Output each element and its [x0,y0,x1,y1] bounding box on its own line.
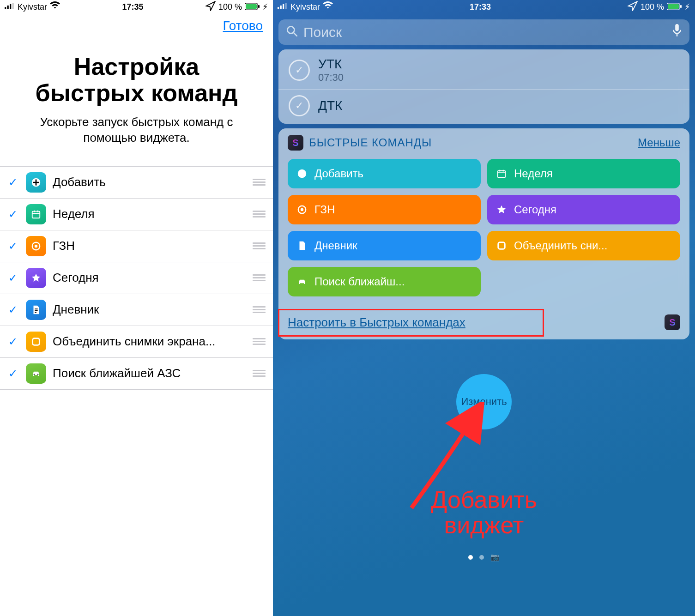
charging-icon: ⚡︎ [684,2,690,12]
wifi-icon [323,1,333,13]
svg-rect-8 [32,211,40,218]
shortcuts-app-icon: S [288,135,303,151]
drag-handle-icon[interactable] [253,274,266,281]
doc-icon [296,241,308,251]
left-screenshot: Kyivstar 17:35 100 % ⚡︎ Готово Настройка… [0,0,273,616]
calendar-icon [496,169,508,179]
shortcut-label: Неделя [53,207,246,221]
status-bar-left: Kyivstar 17:35 100 % ⚡︎ [0,0,273,12]
location-icon [628,1,638,13]
drag-handle-icon[interactable] [253,211,266,217]
right-screenshot: Kyivstar 17:33 100 % ⚡︎ Поиск ✓УТК07:30✓… [273,0,695,616]
shortcut-chip[interactable]: Поиск ближайш... [288,267,481,296]
widget-title: БЫСТРЫЕ КОМАНДЫ [309,136,632,149]
shortcut-row[interactable]: ✓Объединить снимки экрана... [0,326,273,358]
shortcut-label: Поиск ближайшей АЗС [53,366,246,380]
svg-rect-6 [258,5,260,8]
reminder-row[interactable]: ✓ДТК [278,89,689,122]
svg-rect-22 [283,4,284,9]
shortcuts-app-icon[interactable]: S [665,314,680,330]
shortcut-row[interactable]: ✓Неделя [0,199,273,230]
drag-handle-icon[interactable] [253,370,266,377]
done-button[interactable]: Готово [223,18,263,33]
check-icon[interactable]: ✓ [8,208,19,221]
search-input[interactable]: Поиск [278,19,689,45]
shortcut-label: ГЗН [53,239,246,253]
checkmark-circle-icon[interactable]: ✓ [289,60,310,81]
wifi-icon [50,1,60,13]
svg-rect-5 [246,4,257,9]
shortcuts-widget: S БЫСТРЫЕ КОМАНДЫ Меньше ДобавитьНеделяГ… [278,128,689,339]
svg-rect-29 [675,24,679,31]
svg-rect-32 [498,171,506,178]
square-icon [496,241,508,251]
clock: 17:33 [470,2,491,12]
clock: 17:35 [122,2,143,12]
chip-label: Неделя [514,167,553,180]
chip-label: ГЗН [314,203,335,216]
shortcut-row[interactable]: ✓ГЗН [0,230,273,262]
car-icon [26,363,46,384]
shortcut-label: Дневник [53,302,246,317]
svg-rect-3 [12,3,14,9]
shortcut-chip[interactable]: Добавить [288,159,481,188]
shortcut-row[interactable]: ✓Поиск ближайшей АЗС [0,358,273,390]
shortcut-row[interactable]: ✓Добавить [0,167,273,199]
shortcut-list: ✓Добавить✓Неделя✓ГЗН✓Сегодня✓Дневник✓Объ… [0,166,273,390]
shortcut-row[interactable]: ✓Дневник [0,294,273,326]
carrier-label: Kyivstar [290,2,320,12]
checkmark-circle-icon[interactable]: ✓ [289,95,310,116]
svg-point-37 [301,208,303,211]
chip-label: Объединить сни... [514,239,607,252]
shortcut-chip[interactable]: Сегодня [487,195,680,224]
page-indicator: 📷 [468,553,500,562]
svg-rect-21 [280,5,282,9]
annotation-text: Добавить виджет [431,487,537,537]
svg-rect-17 [33,338,40,345]
drag-handle-icon[interactable] [253,179,266,186]
shortcut-chip[interactable]: Объединить сни... [487,231,680,260]
check-icon[interactable]: ✓ [8,272,19,284]
svg-point-13 [35,245,37,248]
shortcut-chip[interactable]: Дневник [288,231,481,260]
shortcut-chip[interactable]: Неделя [487,159,680,188]
car-icon [296,277,308,286]
target-icon [26,236,46,256]
reminders-card: ✓УТК07:30✓ДТК [278,49,689,124]
svg-point-43 [303,282,304,283]
drag-handle-icon[interactable] [253,338,266,345]
svg-rect-20 [278,7,279,9]
page-dot [468,555,473,560]
carrier-label: Kyivstar [18,2,47,12]
check-icon[interactable]: ✓ [8,367,19,380]
svg-point-42 [300,282,301,283]
svg-rect-23 [285,3,287,9]
svg-rect-41 [498,242,505,249]
shortcut-chip[interactable]: ГЗН [288,195,481,224]
reminder-row[interactable]: ✓УТК07:30 [278,51,689,89]
search-icon [286,25,298,40]
calendar-icon [26,204,46,224]
signal-icon [278,1,288,13]
drag-handle-icon[interactable] [253,242,266,249]
svg-rect-26 [680,5,682,8]
edit-button[interactable]: Изменить [456,374,512,429]
check-icon[interactable]: ✓ [8,176,19,189]
shortcut-label: Объединить снимки экрана... [53,334,246,349]
battery-icon [245,2,260,12]
plus-icon [26,172,46,193]
drag-handle-icon[interactable] [253,306,266,313]
chip-label: Дневник [314,239,357,252]
check-icon[interactable]: ✓ [8,303,19,316]
shortcut-chips-grid: ДобавитьНеделяГЗНСегодняДневникОбъединит… [278,155,689,305]
doc-icon [26,300,46,320]
chip-label: Сегодня [514,203,556,216]
show-less-button[interactable]: Меньше [638,136,680,149]
check-icon[interactable]: ✓ [8,335,19,348]
svg-line-28 [293,32,297,36]
configure-link[interactable]: Настроить в Быстрых командах [288,315,465,330]
check-icon[interactable]: ✓ [8,240,19,253]
mic-icon[interactable] [672,24,682,40]
svg-point-19 [37,374,38,374]
shortcut-row[interactable]: ✓Сегодня [0,262,273,294]
